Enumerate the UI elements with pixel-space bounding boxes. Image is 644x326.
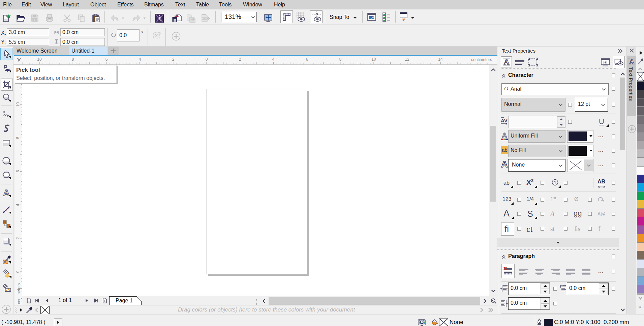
- svg-text:A: A: [501, 159, 508, 169]
- svg-text:A: A: [3, 189, 10, 198]
- svg-text:PDF: PDF: [202, 17, 207, 20]
- svg-text:AV: AV: [501, 118, 508, 123]
- svg-text:A: A: [629, 58, 635, 66]
- svg-text:1: 1: [554, 180, 556, 185]
- svg-text:A: A: [502, 131, 507, 139]
- svg-text:A: A: [504, 58, 510, 66]
